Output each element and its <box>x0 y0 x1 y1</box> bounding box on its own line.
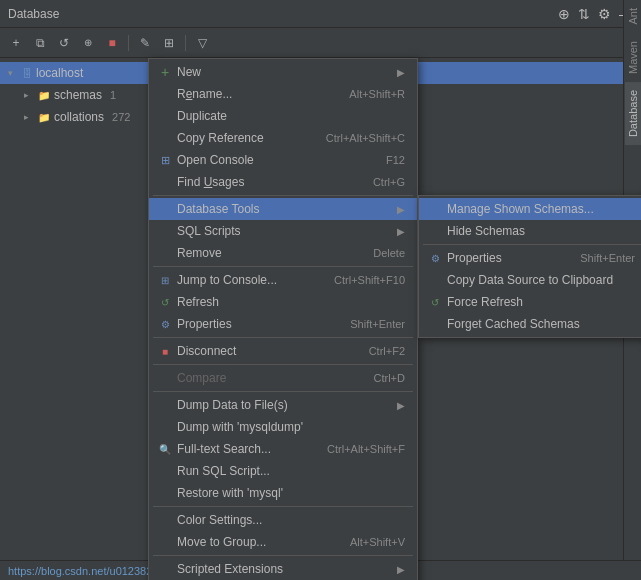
toolbar-edit[interactable]: ✎ <box>135 33 155 53</box>
menu-full-text-search-label: Full-text Search... <box>177 442 311 456</box>
menu-compare-label: Compare <box>177 371 358 385</box>
tree-expand-root: ▾ <box>8 68 18 78</box>
sep-1 <box>153 195 413 196</box>
jump-console-icon: ⊞ <box>157 272 173 288</box>
menu-compare: Compare Ctrl+D <box>149 367 417 389</box>
menu-sql-scripts-label: SQL Scripts <box>177 224 389 238</box>
menu-new[interactable]: + New ▶ <box>149 61 417 83</box>
toolbar-filter[interactable]: ▽ <box>192 33 212 53</box>
menu-run-sql-script-label: Run SQL Script... <box>177 464 405 478</box>
dump-data-arrow-icon: ▶ <box>397 400 405 411</box>
menu-jump-to-console[interactable]: ⊞ Jump to Console... Ctrl+Shift+F10 <box>149 269 417 291</box>
toolbar: + ⧉ ↺ ⊕ ■ ✎ ⊞ ▽ <box>0 28 641 58</box>
sep-5 <box>153 391 413 392</box>
menu-database-tools-label: Database Tools <box>177 202 389 216</box>
menu-remove-label: Remove <box>177 246 357 260</box>
menu-force-refresh[interactable]: ↺ Force Refresh <box>419 291 641 313</box>
menu-open-console[interactable]: ⊞ Open Console F12 <box>149 149 417 171</box>
menu-rename-shortcut: Alt+Shift+R <box>349 88 405 100</box>
menu-forget-cached-label: Forget Cached Schemas <box>447 317 635 331</box>
menu-forget-cached[interactable]: Forget Cached Schemas <box>419 313 641 335</box>
new-icon: + <box>157 64 173 80</box>
tree-label-schemas: schemas <box>54 88 102 102</box>
sidebar-tab-ant[interactable]: Ant <box>625 0 641 33</box>
disconnect-icon: ■ <box>157 343 173 359</box>
toolbar-sep-2 <box>185 35 186 51</box>
sql-scripts-arrow-icon: ▶ <box>397 226 405 237</box>
menu-dump-with-mysqldump[interactable]: Dump with 'mysqldump' <box>149 416 417 438</box>
sep-3 <box>153 337 413 338</box>
title-bar: Database ⊕ ⇅ ⚙ — <box>0 0 641 28</box>
menu-manage-schemas-label: Manage Shown Schemas... <box>447 202 635 216</box>
swap-icon[interactable]: ⇅ <box>578 6 590 22</box>
menu-move-to-group-shortcut: Alt+Shift+V <box>350 536 405 548</box>
menu-restore-mysql-label: Restore with 'mysql' <box>177 486 405 500</box>
toolbar-schema[interactable]: ⊕ <box>78 33 98 53</box>
menu-scripted-extensions[interactable]: Scripted Extensions ▶ <box>149 558 417 580</box>
menu-find-usages-shortcut: Ctrl+G <box>373 176 405 188</box>
menu-full-text-search-shortcut: Ctrl+Alt+Shift+F <box>327 443 405 455</box>
menu-disconnect-label: Disconnect <box>177 344 353 358</box>
menu-remove[interactable]: Remove Delete <box>149 242 417 264</box>
menu-properties-right[interactable]: ⚙ Properties Shift+Enter <box>419 247 641 269</box>
menu-restore-with-mysql[interactable]: Restore with 'mysql' <box>149 482 417 504</box>
properties-right-icon: ⚙ <box>427 250 443 266</box>
menu-open-console-label: Open Console <box>177 153 370 167</box>
toolbar-stop[interactable]: ■ <box>102 33 122 53</box>
sep-6 <box>153 506 413 507</box>
toolbar-sep-1 <box>128 35 129 51</box>
menu-copy-reference-label: Copy Reference <box>177 131 310 145</box>
context-menu-left: + New ▶ Rename... Alt+Shift+R Duplicate … <box>148 58 418 580</box>
menu-hide-schemas-label: Hide Schemas <box>447 224 635 238</box>
toolbar-copy[interactable]: ⧉ <box>30 33 50 53</box>
scripted-ext-arrow-icon: ▶ <box>397 564 405 575</box>
menu-copy-datasource-label: Copy Data Source to Clipboard <box>447 273 635 287</box>
menu-dump-mysqldump-label: Dump with 'mysqldump' <box>177 420 405 434</box>
folder-icon-schemas: 📁 <box>38 90 50 101</box>
menu-dump-data-to-files[interactable]: Dump Data to File(s) ▶ <box>149 394 417 416</box>
menu-compare-shortcut: Ctrl+D <box>374 372 405 384</box>
menu-move-to-group-label: Move to Group... <box>177 535 334 549</box>
toolbar-add[interactable]: + <box>6 33 26 53</box>
sep-2 <box>153 266 413 267</box>
menu-remove-shortcut: Delete <box>373 247 405 259</box>
add-icon[interactable]: ⊕ <box>558 6 570 22</box>
menu-color-settings-label: Color Settings... <box>177 513 405 527</box>
menu-copy-datasource[interactable]: Copy Data Source to Clipboard <box>419 269 641 291</box>
menu-refresh-label: Refresh <box>177 295 405 309</box>
menu-sql-scripts[interactable]: SQL Scripts ▶ <box>149 220 417 242</box>
menu-jump-to-console-label: Jump to Console... <box>177 273 318 287</box>
folder-icon-collations: 📁 <box>38 112 50 123</box>
menu-rename[interactable]: Rename... Alt+Shift+R <box>149 83 417 105</box>
menu-refresh[interactable]: ↺ Refresh <box>149 291 417 313</box>
menu-manage-shown-schemas[interactable]: Manage Shown Schemas... <box>419 198 641 220</box>
window-title: Database <box>8 7 558 21</box>
menu-color-settings[interactable]: Color Settings... <box>149 509 417 531</box>
force-refresh-icon: ↺ <box>427 294 443 310</box>
tree-expand-collations: ▸ <box>24 112 34 122</box>
toolbar-refresh[interactable]: ↺ <box>54 33 74 53</box>
menu-rename-label: Rename... <box>177 87 333 101</box>
menu-copy-reference[interactable]: Copy Reference Ctrl+Alt+Shift+C <box>149 127 417 149</box>
menu-hide-schemas[interactable]: Hide Schemas <box>419 220 641 242</box>
menu-move-to-group[interactable]: Move to Group... Alt+Shift+V <box>149 531 417 553</box>
menu-database-tools[interactable]: Database Tools ▶ <box>149 198 417 220</box>
menu-duplicate[interactable]: Duplicate <box>149 105 417 127</box>
menu-properties-right-label: Properties <box>447 251 564 265</box>
menu-find-usages[interactable]: Find Usages Ctrl+G <box>149 171 417 193</box>
menu-full-text-search[interactable]: 🔍 Full-text Search... Ctrl+Alt+Shift+F <box>149 438 417 460</box>
toolbar-grid[interactable]: ⊞ <box>159 33 179 53</box>
database-tools-arrow-icon: ▶ <box>397 204 405 215</box>
sidebar-tab-maven[interactable]: Maven <box>625 33 641 82</box>
sidebar-tab-database[interactable]: Database <box>625 82 641 145</box>
refresh-icon: ↺ <box>157 294 173 310</box>
menu-new-label: New <box>177 65 389 79</box>
context-menu-right: Manage Shown Schemas... Hide Schemas ⚙ P… <box>418 195 641 338</box>
menu-open-console-shortcut: F12 <box>386 154 405 166</box>
search-icon: 🔍 <box>157 441 173 457</box>
settings-icon[interactable]: ⚙ <box>598 6 611 22</box>
menu-properties[interactable]: ⚙ Properties Shift+Enter <box>149 313 417 335</box>
menu-disconnect[interactable]: ■ Disconnect Ctrl+F2 <box>149 340 417 362</box>
menu-properties-shortcut: Shift+Enter <box>350 318 405 330</box>
menu-run-sql-script[interactable]: Run SQL Script... <box>149 460 417 482</box>
